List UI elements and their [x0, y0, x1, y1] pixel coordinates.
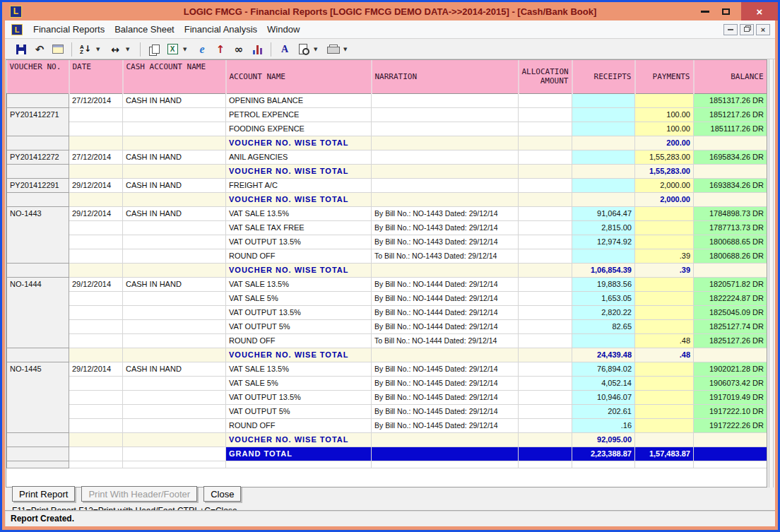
cell-total-label[interactable]: VOUCHER NO. WISE TOTAL	[226, 432, 372, 447]
cell-narration[interactable]	[372, 192, 519, 206]
cell-receipts[interactable]: 2,820.22	[572, 305, 635, 319]
cell-date[interactable]	[69, 263, 123, 277]
cell-receipts-grand-total[interactable]: 2,23,388.87	[572, 447, 635, 461]
menu-item-window[interactable]: Window	[262, 21, 305, 37]
cell-allocation[interactable]	[519, 376, 572, 390]
undo-icon[interactable]: ↶	[32, 42, 47, 57]
save-icon[interactable]	[13, 42, 29, 57]
cell-cash-account[interactable]: CASH IN HAND	[123, 277, 226, 291]
cell-account-name[interactable]: OPENING BALANCE	[226, 93, 372, 107]
cell-narration[interactable]: By Bill No.: NO-1443 Dated: 29/12/14	[372, 206, 519, 220]
cell-cash-account[interactable]	[123, 192, 226, 206]
cell-receipts[interactable]	[572, 249, 635, 263]
cell-account-name[interactable]: FREIGHT A/C	[226, 178, 372, 192]
cell-balance[interactable]: 1902021.28 DR	[694, 362, 767, 376]
cell-cash-account[interactable]: CASH IN HAND	[123, 93, 226, 107]
cell-allocation[interactable]	[519, 432, 572, 447]
row-header-cell[interactable]	[7, 136, 69, 150]
cell-narration[interactable]	[372, 263, 519, 277]
cell-account-name[interactable]: PETROL EXPENCE	[226, 107, 372, 122]
cell-cash-account[interactable]	[123, 447, 226, 461]
row-header-cell[interactable]: PY201412291	[7, 178, 69, 192]
cell-account-name[interactable]: ROUND OFF	[226, 418, 372, 432]
sort-dropdown-icon[interactable]: ▼	[96, 42, 105, 57]
cell-cash-account[interactable]: CASH IN HAND	[123, 150, 226, 164]
row-header-cell[interactable]: NO-1445	[7, 362, 69, 432]
cell-balance[interactable]: 1851317.26 DR	[694, 93, 767, 107]
column-width-dropdown-icon[interactable]: ▼	[126, 42, 134, 57]
cell-balance[interactable]: 1917222.10 DR	[694, 404, 767, 418]
cell-narration[interactable]	[372, 136, 519, 150]
cell-narration[interactable]	[372, 122, 519, 136]
cell-receipts[interactable]	[572, 333, 635, 348]
cell-payments[interactable]: 100.00	[635, 107, 694, 122]
cell-payments-total[interactable]: 200.00	[635, 136, 694, 150]
cell-balance[interactable]: 1825127.26 DR	[694, 333, 767, 348]
cell-date[interactable]	[69, 348, 123, 362]
cell-date[interactable]	[69, 220, 123, 235]
cell-cash-account[interactable]	[123, 348, 226, 362]
form-icon[interactable]	[50, 42, 66, 57]
cell-date[interactable]	[69, 376, 123, 390]
cell-receipts[interactable]: .16	[572, 418, 635, 432]
row-header-cell[interactable]: NO-1444	[7, 277, 69, 348]
cell-grand-total-label[interactable]: GRAND TOTAL	[226, 447, 372, 461]
cell-balance[interactable]: 1917019.49 DR	[694, 390, 767, 404]
cell-date[interactable]	[69, 235, 123, 249]
cell-narration[interactable]: By Bill No.: NO-1445 Dated: 29/12/14	[372, 404, 519, 418]
cell-cash-account[interactable]	[123, 164, 226, 178]
cell-balance[interactable]: 1800688.26 DR	[694, 249, 767, 263]
cell-payments[interactable]	[635, 376, 694, 390]
cell-receipts[interactable]	[572, 150, 635, 164]
cell-payments[interactable]	[635, 319, 694, 333]
cell-payments[interactable]	[635, 235, 694, 249]
cell-date[interactable]	[69, 390, 123, 404]
cell-receipts[interactable]	[572, 107, 635, 122]
cell-date[interactable]: 27/12/2014	[69, 93, 123, 107]
cell-balance[interactable]	[694, 432, 767, 447]
cell-narration[interactable]: By Bill No.: NO-1443 Dated: 29/12/14	[372, 235, 519, 249]
cell-allocation[interactable]	[519, 418, 572, 432]
cell-receipts[interactable]: 76,894.02	[572, 362, 635, 376]
cell-account-name[interactable]: VAT SALE TAX FREE	[226, 220, 372, 235]
row-header-cell[interactable]: NO-1443	[7, 206, 69, 263]
cell-receipts-total[interactable]: 1,06,854.39	[572, 263, 635, 277]
cell-allocation[interactable]	[519, 277, 572, 291]
sort-az-icon[interactable]	[78, 42, 93, 57]
cell-payments-total[interactable]: .39	[635, 263, 694, 277]
cell-date[interactable]	[69, 122, 123, 136]
upload-icon[interactable]: ↑	[213, 42, 228, 57]
cell-narration[interactable]	[372, 348, 519, 362]
cell-receipts[interactable]	[572, 122, 635, 136]
cell-receipts[interactable]: 4,052.14	[572, 376, 635, 390]
cell-balance[interactable]: 1906073.42 DR	[694, 376, 767, 390]
cell-payments[interactable]	[635, 418, 694, 432]
browser-icon[interactable]: e	[194, 42, 210, 57]
row-header-cell[interactable]	[7, 263, 69, 277]
cell-account-name[interactable]: VAT SALE 13.5%	[226, 206, 372, 220]
cell-cash-account[interactable]	[123, 136, 226, 150]
cell-narration[interactable]	[372, 432, 519, 447]
cell-cash-account[interactable]	[123, 122, 226, 136]
row-header-cell[interactable]	[7, 432, 69, 447]
cell-cash-account[interactable]: CASH IN HAND	[123, 178, 226, 192]
cell-balance[interactable]: 1851217.26 DR	[694, 107, 767, 122]
cell-balance[interactable]: 1825045.09 DR	[694, 305, 767, 319]
cell-account-name[interactable]: VAT SALE 13.5%	[226, 277, 372, 291]
cell-allocation[interactable]	[519, 93, 572, 107]
print-dropdown-icon[interactable]: ▼	[343, 42, 352, 57]
cell-cash-account[interactable]	[123, 249, 226, 263]
cell-total-label[interactable]: VOUCHER NO. WISE TOTAL	[226, 192, 372, 206]
cell-balance[interactable]: 1820571.82 DR	[694, 277, 767, 291]
cell-receipts[interactable]: 202.61	[572, 404, 635, 418]
cell-balance[interactable]	[694, 192, 767, 206]
cell-account-name[interactable]: ROUND OFF	[226, 333, 372, 348]
cell-account-name[interactable]: VAT SALE 13.5%	[226, 362, 372, 376]
cell-allocation[interactable]	[519, 263, 572, 277]
cell-narration[interactable]	[372, 164, 519, 178]
cell-allocation[interactable]	[519, 150, 572, 164]
cell-balance[interactable]	[694, 136, 767, 150]
menu-item-financial-analysis[interactable]: Financial Analysis	[179, 21, 262, 37]
cell-payments[interactable]: 2,000.00	[635, 178, 694, 192]
copy-icon[interactable]	[146, 42, 162, 57]
